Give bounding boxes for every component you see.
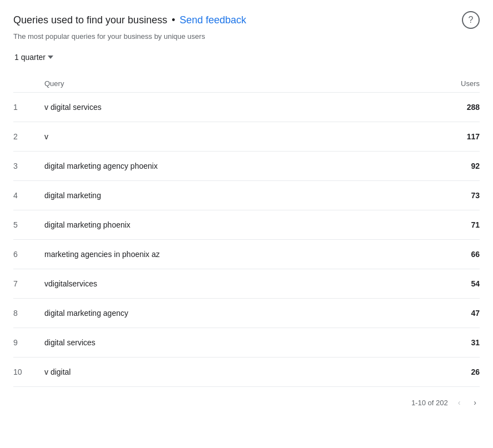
users-column-header: Users (435, 79, 480, 88)
row-rank: 9 (13, 338, 36, 347)
row-query: v digital services (36, 103, 435, 112)
table-row: 5digital marketing phoenix71 (13, 210, 480, 240)
pagination-next-button[interactable]: › (470, 396, 480, 409)
table-row: 6marketing agencies in phoenix az66 (13, 240, 480, 269)
row-rank: 2 (13, 132, 36, 141)
table-row: 10v digital26 (13, 358, 480, 387)
pagination-prev-button[interactable]: ‹ (455, 396, 464, 409)
pagination-info: 1-10 of 202 (411, 399, 448, 407)
row-users: 73 (435, 191, 480, 200)
table-body: 1v digital services2882v1173digital mark… (13, 93, 480, 387)
row-users: 288 (435, 103, 480, 112)
row-rank: 3 (13, 162, 36, 170)
row-query: digital marketing (36, 191, 435, 200)
row-query: digital marketing phoenix (36, 220, 435, 229)
query-column-header: Query (36, 79, 435, 88)
queries-table: Query Users 1v digital services2882v1173… (13, 75, 480, 387)
table-row: 9digital services31 (13, 328, 480, 358)
row-rank: 7 (13, 279, 36, 288)
row-rank: 6 (13, 250, 36, 259)
row-query: v (36, 132, 435, 141)
filter-row: 1 quarter (13, 51, 480, 64)
chevron-right-icon: › (474, 398, 476, 407)
row-users: 47 (435, 309, 480, 318)
page-container: Queries used to find your business • Sen… (0, 0, 493, 427)
pagination-row: 1-10 of 202 ‹ › (13, 387, 480, 414)
help-button[interactable]: ? (462, 11, 480, 29)
table-row: 8digital marketing agency47 (13, 299, 480, 328)
row-query: digital marketing agency phoenix (36, 162, 435, 170)
row-query: vdigitalservices (36, 279, 435, 288)
chevron-left-icon: ‹ (458, 398, 461, 407)
row-rank: 4 (13, 191, 36, 200)
table-row: 1v digital services288 (13, 93, 480, 122)
period-label: 1 quarter (14, 53, 46, 62)
row-users: 66 (435, 250, 480, 259)
table-row: 4digital marketing73 (13, 181, 480, 210)
send-feedback-link[interactable]: Send feedback (179, 14, 246, 26)
row-rank: 10 (13, 368, 36, 376)
row-users: 92 (435, 162, 480, 170)
title-area: Queries used to find your business • Sen… (13, 14, 247, 26)
page-subtitle: The most popular queries for your busine… (13, 32, 480, 41)
row-rank: 1 (13, 103, 36, 112)
row-users: 117 (435, 132, 480, 141)
page-title: Queries used to find your business (13, 14, 167, 26)
row-query: digital marketing agency (36, 309, 435, 318)
row-users: 71 (435, 220, 480, 229)
table-row: 3digital marketing agency phoenix92 (13, 152, 480, 181)
title-separator: • (172, 14, 175, 26)
table-header: Query Users (13, 75, 480, 93)
chevron-down-icon (48, 56, 53, 59)
period-dropdown[interactable]: 1 quarter (13, 51, 54, 64)
row-users: 31 (435, 338, 480, 347)
header-row: Queries used to find your business • Sen… (13, 11, 480, 29)
row-query: v digital (36, 368, 435, 376)
row-users: 26 (435, 368, 480, 376)
row-users: 54 (435, 279, 480, 288)
table-row: 2v117 (13, 122, 480, 152)
row-query: digital services (36, 338, 435, 347)
row-query: marketing agencies in phoenix az (36, 250, 435, 259)
row-rank: 8 (13, 309, 36, 318)
table-row: 7vdigitalservices54 (13, 269, 480, 299)
row-rank: 5 (13, 220, 36, 229)
